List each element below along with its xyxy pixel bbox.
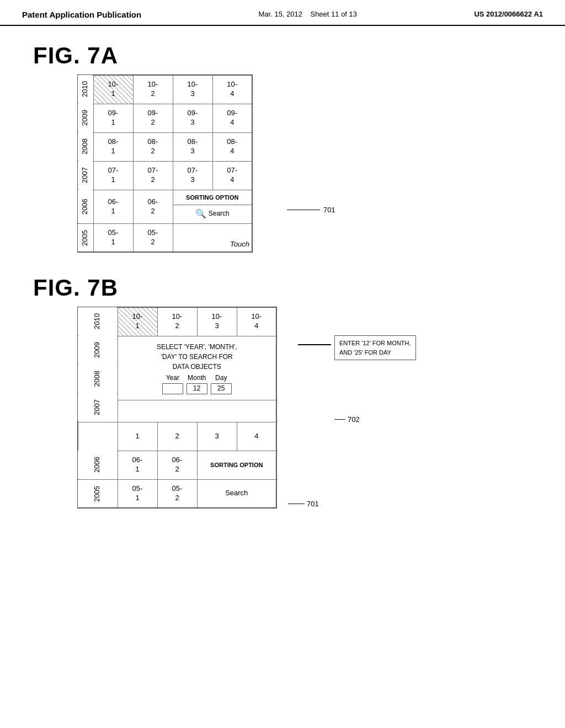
day-field-group: Day 25 [211,374,232,395]
fig7b-grid: 2010 10-1 10-2 10-3 10-4 2009 [77,307,277,508]
cell-2010-3: 10-3 [173,75,212,104]
year-cell-2005: 2005 [78,223,93,252]
dialog-fields-7b: Year Month 12 Day 25 [122,374,272,395]
cell-7b-2005-2: 05-2 [157,479,197,508]
callout-702-box: ENTER '12' FOR MONTH, AND '25' FOR DAY [334,335,416,360]
cell-7b-2010-1: 10-1 [118,307,157,336]
cell-2005-1: 05-1 [93,223,133,252]
cell-2007-2: 07-2 [133,161,173,190]
ref-702-container: 702 [334,415,416,424]
fig7a-grid-wrapper: 2010 10-1 10-2 10-3 10-4 2009 09-1 09-2 … [77,74,532,253]
cell-2005-2: 05-2 [133,223,173,252]
month-field-value[interactable]: 12 [186,383,207,394]
cell-2007-1: 07-1 [93,161,133,190]
header-left: Patent Application Publication [22,10,141,19]
ref-702-label: 702 [348,415,360,424]
year-cell-2009: 2009 [78,104,93,132]
cell-2010-4: 10-4 [212,75,252,104]
main-content: FIG. 7A 2010 10-1 10-2 10-3 10-4 2009 [0,26,565,547]
num-2: 2 [157,422,197,451]
year-7b-2010: 2010 [78,307,118,336]
cell-2008-1: 08-1 [93,132,133,161]
cell-2008-2: 08-2 [133,132,173,161]
cell-2006-1: 06-1 [93,190,133,223]
dialog-title-7b: SELECT 'YEAR', 'MONTH', 'DAY' TO SEARCH … [122,342,272,372]
month-field-group: Month 12 [186,374,207,395]
fig7a-grid: 2010 10-1 10-2 10-3 10-4 2009 09-1 09-2 … [77,74,253,253]
cell-7b-2006-2: 06-2 [157,451,197,479]
num-4: 4 [237,422,276,451]
sorting-option-7a: SORTING OPTION [173,190,252,205]
year-cell-2008: 2008 [78,132,93,161]
fig7b-label: FIG. 7B [33,275,532,301]
year-7b-2008: 2008 [78,365,118,393]
cell-2009-3: 09-3 [173,104,212,132]
year-7b-2009: 2009 [78,336,118,365]
year-cell-2007: 2007 [78,161,93,190]
fig7b-section: FIG. 7B 2010 10-1 10-2 10-3 10-4 2009 [33,275,532,508]
search-label-7a: 🔍 Search [173,205,252,223]
year-field-group: Year [162,374,183,395]
header-center: Mar. 15, 2012 Sheet 11 of 13 [259,10,358,18]
ref-701-label-7a: 701 [323,206,335,214]
fig7a-section: FIG. 7A 2010 10-1 10-2 10-3 10-4 2009 [33,42,532,253]
cell-7b-2010-3: 10-3 [197,307,237,336]
cell-2010-2: 10-2 [133,75,173,104]
cell-7b-2010-4: 10-4 [237,307,276,336]
cell-2009-4: 09-4 [212,104,252,132]
cell-2009-2: 09-2 [133,104,173,132]
num-1: 1 [118,422,157,451]
fig7a-label: FIG. 7A [33,42,532,69]
cell-2008-4: 08-4 [212,132,252,161]
callout-702-container: ENTER '12' FOR MONTH, AND '25' FOR DAY 7… [298,335,416,424]
page-header: Patent Application Publication Mar. 15, … [0,0,565,26]
year-cell-2010: 2010 [78,75,93,104]
year-field-empty [162,383,183,394]
cell-7b-2010-2: 10-2 [157,307,197,336]
year-7b-2007: 2007 [78,393,118,422]
fig7b-grid-wrapper: 2010 10-1 10-2 10-3 10-4 2009 [77,307,532,508]
cell-7b-2006-1: 06-1 [118,451,157,479]
day-field-value[interactable]: 25 [211,383,232,394]
cell-2010-1: 10-1 [93,75,133,104]
ref-701-label-7b: 701 [307,500,319,508]
num-3: 3 [197,422,237,451]
year-cell-2006: 2006 [78,190,93,223]
cell-2007-4: 07-4 [212,161,252,190]
empty-row-cell [78,422,118,451]
cell-2006-2: 06-2 [133,190,173,223]
year-7b-2005: 2005 [78,479,118,508]
cell-7b-2005-1: 05-1 [118,479,157,508]
cell-2007-3: 07-3 [173,161,212,190]
header-right: US 2012/0066622 A1 [474,10,543,18]
cell-2008-3: 08-3 [173,132,212,161]
ref-701-arrow-7b: 701 [288,500,319,508]
cell-2009-1: 09-1 [93,104,133,132]
ref-701-arrow-7a: 701 [287,206,335,214]
year-7b-2006: 2006 [78,451,118,479]
touch-label-7a: Touch [230,240,249,248]
search-label-7b: Search [225,489,248,497]
sorting-option-7b: SORTING OPTION [198,458,276,472]
